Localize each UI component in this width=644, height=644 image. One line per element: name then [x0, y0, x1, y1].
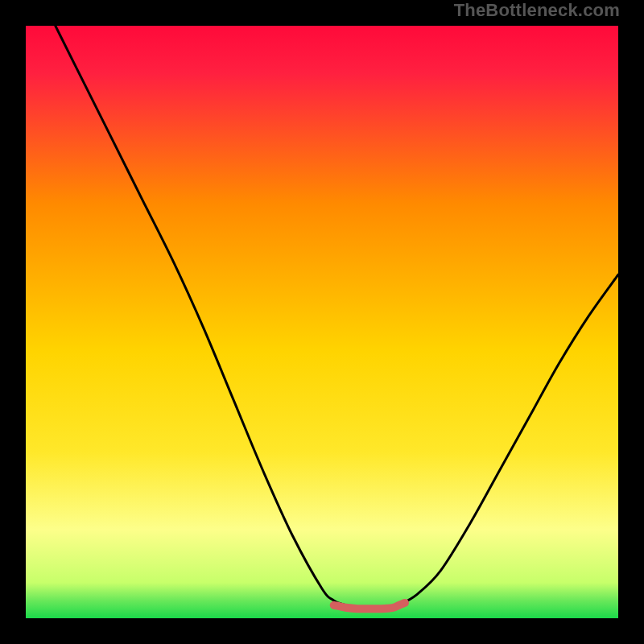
plateau-marker: [334, 603, 405, 609]
right-curve: [399, 275, 618, 605]
plot-area: [26, 26, 618, 618]
chart-frame: TheBottleneck.com: [0, 0, 644, 644]
watermark-text: TheBottleneck.com: [454, 0, 620, 21]
left-curve: [56, 26, 346, 605]
curve-layer: [26, 26, 618, 618]
